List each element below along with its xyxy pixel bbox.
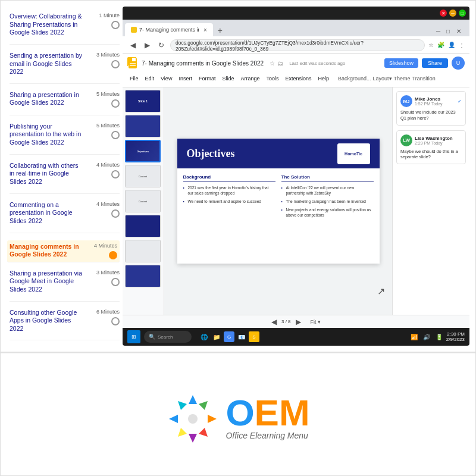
course-title-4[interactable]: Publishing your presentation to the web …: [10, 123, 82, 147]
course-title-2[interactable]: Sending a presentation by email in Googl…: [10, 52, 82, 76]
course-item-3[interactable]: Sharing a presentation in Google Slides …: [10, 91, 120, 115]
toolbar-layout[interactable]: Layout▾: [373, 76, 392, 82]
svg-marker-4: [189, 395, 197, 404]
taskbar-folder-icon[interactable]: 📁: [211, 331, 222, 342]
slide-col-solution: The Solution At IntelliCon '22 we will p…: [281, 174, 374, 255]
toolbar-background[interactable]: Background...: [338, 76, 371, 82]
profile-icon[interactable]: 👤: [448, 42, 455, 48]
course-item-9[interactable]: Consulting other Google Apps in Google S…: [10, 309, 120, 341]
menu-arrange[interactable]: Arrange: [238, 74, 262, 83]
course-item-2[interactable]: Sending a presentation by email in Googl…: [10, 52, 120, 84]
win-max-btn[interactable]: □: [459, 10, 466, 17]
dot-8: [111, 278, 120, 286]
address-input[interactable]: docs.google.com/presentation/d/1UJyCTyEg…: [170, 39, 425, 51]
move-icon[interactable]: 🗂: [277, 60, 283, 67]
star-icon[interactable]: ☆: [270, 60, 275, 67]
menu-file[interactable]: File: [127, 74, 141, 83]
user-avatar[interactable]: U: [452, 57, 465, 70]
taskbar-edge-icon[interactable]: 🌐: [199, 331, 209, 342]
win-close-btn[interactable]: ✕: [440, 10, 447, 17]
course-title-3[interactable]: Sharing a presentation in Google Slides …: [10, 91, 82, 107]
dot-4: [111, 131, 120, 139]
bookmark-icon[interactable]: ☆: [428, 42, 434, 48]
course-title-6[interactable]: Commenting on a presentation in Google S…: [10, 201, 82, 226]
slide-logo: HomoTic: [337, 143, 370, 164]
zoom-control[interactable]: Fit ▾: [311, 319, 321, 325]
taskbar-system-icons: 📶 🔊 🔋 2:30 PM 2/9/2023: [409, 331, 465, 342]
browser-tab-active[interactable]: 7- Managing comments in Goo... ×: [125, 23, 213, 36]
menu-extensions[interactable]: Extensions: [283, 74, 314, 83]
network-icon[interactable]: 📶: [409, 331, 419, 342]
restore-icon[interactable]: □: [446, 28, 455, 36]
slide-thumb-8[interactable]: [125, 265, 161, 287]
menu-view[interactable]: View: [158, 74, 174, 83]
win-titlebar: ✕ ─ □: [123, 7, 469, 20]
taskbar-mail-icon[interactable]: 📧: [236, 331, 247, 342]
slides-favicon: [131, 27, 137, 33]
slide-thumb-7[interactable]: [125, 240, 161, 262]
course-item-1[interactable]: Overview: Collaborating & Sharing Presen…: [10, 12, 120, 45]
course-title-5[interactable]: Collaborating with others in real-time i…: [10, 162, 82, 186]
slide-thumb-3[interactable]: Objectives: [125, 140, 161, 162]
forward-button[interactable]: ▶: [142, 41, 152, 49]
menu-format[interactable]: Format: [196, 74, 218, 83]
menu-insert[interactable]: Insert: [176, 74, 195, 83]
minimize-icon[interactable]: ─: [436, 28, 444, 36]
win-min-btn[interactable]: ─: [449, 10, 456, 17]
start-button[interactable]: ⊞: [127, 330, 140, 343]
slide-thumb-5[interactable]: Content: [125, 190, 161, 212]
toolbar-transition[interactable]: Transition: [412, 76, 436, 82]
course-title-1[interactable]: Overview: Collaborating & Sharing Presen…: [10, 12, 82, 37]
slide-col-background: Background 2021 was the first year in Ho…: [183, 174, 275, 255]
taskbar-chrome-icon[interactable]: G: [224, 331, 234, 342]
slide-bullet-3: At IntelliCon '22 we will present our ne…: [281, 185, 374, 196]
back-button[interactable]: ◀: [127, 41, 138, 49]
menu-edit[interactable]: Edit: [143, 74, 157, 83]
slide-thumb-4[interactable]: Content: [125, 165, 161, 187]
new-tab-button[interactable]: +: [214, 24, 226, 36]
course-item-7[interactable]: Managing comments in Google Slides 2022 …: [7, 240, 120, 262]
menu-help[interactable]: Help: [316, 74, 332, 83]
comment-avatar-1: MJ: [400, 95, 412, 107]
slide-thumb-2[interactable]: [125, 115, 161, 137]
slides-logo-icon: [127, 57, 138, 69]
slide-nav-bar: ◀ 3 / 8 ▶ Fit ▾: [123, 315, 469, 328]
oem-m-letter: M: [279, 392, 310, 433]
dot-3: [111, 99, 120, 108]
slide-thumb-6[interactable]: [125, 215, 161, 237]
prev-slide-button[interactable]: ◀: [271, 318, 277, 326]
next-slide-button[interactable]: ▶: [296, 318, 301, 326]
toolbar-theme[interactable]: Theme: [394, 76, 411, 82]
course-item-8[interactable]: Sharing a presentation via Google Meet i…: [10, 270, 120, 302]
menu-slide[interactable]: Slide: [220, 74, 236, 83]
dot-1: [111, 21, 120, 29]
window-close-icon[interactable]: ✕: [456, 28, 465, 36]
slide-view-area[interactable]: Objectives HomoTic Background 2021 was t…: [164, 87, 392, 315]
volume-icon[interactable]: 🔊: [421, 331, 432, 342]
slide-counter: 3 / 8: [281, 319, 291, 324]
comment-resolve-1[interactable]: ✓: [458, 99, 462, 104]
course-item-6[interactable]: Commenting on a presentation in Google S…: [10, 201, 120, 233]
menu-tools[interactable]: Tools: [264, 74, 281, 83]
reload-button[interactable]: ↻: [156, 41, 167, 49]
taskbar-slides-icon[interactable]: S: [249, 331, 259, 342]
share-button[interactable]: Share: [422, 58, 448, 68]
course-title-8[interactable]: Sharing a presentation via Google Meet i…: [10, 270, 82, 294]
battery-icon[interactable]: 🔋: [434, 331, 444, 342]
slides-menu-right: Slideshow Share U: [384, 57, 465, 70]
tab-close-icon[interactable]: ×: [203, 27, 207, 33]
slide-canvas[interactable]: Objectives HomoTic Background 2021 was t…: [177, 139, 380, 264]
slideshow-button[interactable]: Slideshow: [384, 58, 418, 68]
slides-panel[interactable]: Slide 1 Objectives: [123, 87, 164, 315]
menu-dots-icon[interactable]: ⋮: [459, 42, 465, 48]
svg-marker-6: [208, 415, 217, 423]
extensions-icon[interactable]: 🧩: [437, 42, 444, 48]
slide-body: Background 2021 was the first year in Ho…: [177, 168, 380, 261]
course-item-5[interactable]: Collaborating with others in real-time i…: [10, 162, 120, 194]
slide-thumb-1[interactable]: Slide 1: [125, 90, 161, 112]
taskbar-search[interactable]: 🔍 Search: [144, 331, 192, 343]
comment-time-1: 1:52 PM Today: [415, 102, 443, 106]
course-title-9[interactable]: Consulting other Google Apps in Google S…: [10, 309, 82, 333]
course-item-4[interactable]: Publishing your presentation to the web …: [10, 123, 120, 155]
course-title-7[interactable]: Managing comments in Google Slides 2022: [10, 243, 80, 259]
